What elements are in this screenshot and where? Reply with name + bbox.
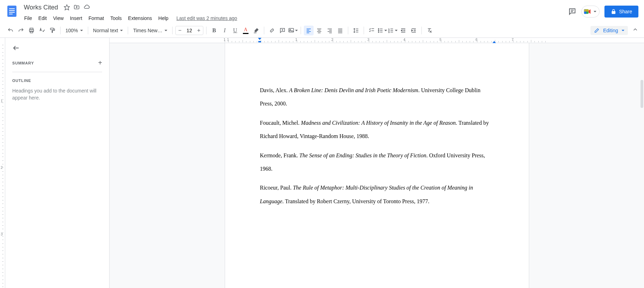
- chevron-down-icon: [384, 30, 387, 31]
- chevron-down-icon: [622, 30, 624, 31]
- line-spacing-button[interactable]: [351, 26, 361, 35]
- menu-extensions[interactable]: Extensions: [126, 14, 154, 22]
- chevron-down-icon: [395, 30, 398, 31]
- scrollbar-thumb[interactable]: [640, 80, 643, 108]
- undo-button[interactable]: [6, 26, 15, 35]
- outline-empty-text: Headings you add to the document will ap…: [12, 88, 102, 101]
- citation-title: Madness and Civilization: A History of I…: [301, 120, 457, 126]
- chevron-down-icon: [594, 11, 596, 12]
- hide-menus-button[interactable]: [632, 27, 638, 34]
- citation-author: Davis, Alex.: [260, 87, 289, 93]
- separator: [172, 27, 173, 34]
- menu-view[interactable]: View: [51, 14, 66, 22]
- font-dropdown[interactable]: Times New…: [131, 26, 169, 35]
- citation-author: Kermode, Frank.: [260, 152, 300, 158]
- citation-author: Foucault, Michel.: [260, 120, 301, 126]
- vertical-ruler[interactable]: 123: [0, 38, 5, 288]
- add-summary-button[interactable]: +: [98, 59, 102, 67]
- close-outline-button[interactable]: [12, 44, 20, 52]
- svg-point-44: [378, 30, 379, 30]
- font-size-increase[interactable]: +: [195, 26, 203, 35]
- docs-logo[interactable]: [6, 3, 18, 20]
- zoom-dropdown[interactable]: 100%: [63, 26, 85, 35]
- toolbar: 100% Normal text Times New… − + B I U A …: [0, 23, 644, 38]
- bold-button[interactable]: B: [209, 26, 219, 35]
- paragraph-style-dropdown[interactable]: Normal text: [91, 26, 125, 35]
- paint-format-button[interactable]: [48, 26, 57, 35]
- separator: [421, 27, 422, 34]
- star-icon[interactable]: [64, 4, 70, 11]
- menu-edit[interactable]: Edit: [36, 14, 49, 22]
- text-color-button[interactable]: A: [241, 26, 251, 35]
- align-left-button[interactable]: [304, 26, 314, 35]
- font-size-control: − +: [175, 26, 203, 35]
- last-edit-link[interactable]: Last edit was 2 minutes ago: [176, 15, 237, 21]
- citation-entry[interactable]: Foucault, Michel. Madness and Civilizati…: [260, 116, 494, 143]
- menu-help[interactable]: Help: [156, 14, 171, 22]
- summary-heading: SUMMARY: [12, 61, 34, 65]
- spellcheck-button[interactable]: [37, 26, 47, 35]
- comment-history-icon[interactable]: [568, 7, 576, 16]
- share-button[interactable]: Share: [604, 6, 638, 18]
- menu-file[interactable]: File: [22, 14, 35, 22]
- chevron-down-icon: [80, 30, 83, 31]
- document-title[interactable]: Works Cited: [22, 3, 60, 12]
- clear-formatting-button[interactable]: [425, 26, 434, 35]
- underline-button[interactable]: U: [230, 26, 240, 35]
- separator: [364, 27, 364, 34]
- svg-rect-16: [254, 33, 257, 33]
- decrease-indent-button[interactable]: [398, 26, 408, 35]
- insert-link-button[interactable]: [267, 26, 277, 35]
- insert-image-button[interactable]: [288, 26, 298, 35]
- divider: [12, 72, 102, 72]
- redo-button[interactable]: [16, 26, 26, 35]
- svg-marker-5: [64, 5, 69, 10]
- chevron-down-icon: [295, 30, 298, 31]
- font-size-input[interactable]: [184, 27, 195, 34]
- citation-entry[interactable]: Kermode, Frank. The Sense of an Ending: …: [260, 149, 494, 176]
- meet-icon: [583, 7, 592, 16]
- separator: [301, 27, 301, 34]
- numbered-list-button[interactable]: 123: [388, 26, 398, 35]
- svg-marker-11: [588, 9, 590, 14]
- citation-publication: . Translated by Robert Czerny, Universit…: [282, 198, 429, 204]
- citation-title: A Broken Line: Denis Devlin and Irish Po…: [289, 87, 418, 93]
- citation-author: Ricoeur, Paul.: [260, 185, 293, 191]
- font-size-decrease[interactable]: −: [176, 26, 184, 35]
- editing-mode-dropdown[interactable]: Editing: [590, 26, 628, 35]
- align-right-button[interactable]: [325, 26, 335, 35]
- document-canvas[interactable]: 111234567 Davis, Alex. A Broken Line: De…: [110, 38, 644, 288]
- citation-entry[interactable]: Davis, Alex. A Broken Line: Denis Devlin…: [260, 84, 494, 111]
- page[interactable]: Davis, Alex. A Broken Line: Denis Devlin…: [225, 43, 529, 288]
- separator: [60, 27, 61, 34]
- share-label: Share: [619, 9, 632, 14]
- add-comment-button[interactable]: [278, 26, 287, 35]
- menu-insert[interactable]: Insert: [68, 14, 85, 22]
- move-icon[interactable]: [74, 4, 80, 11]
- italic-button[interactable]: I: [220, 26, 230, 35]
- bulleted-list-button[interactable]: [377, 26, 387, 35]
- align-center-button[interactable]: [314, 26, 324, 35]
- outline-sidebar: SUMMARY + OUTLINE Headings you add to th…: [5, 38, 110, 288]
- svg-rect-3: [9, 12, 15, 13]
- separator: [348, 27, 348, 34]
- horizontal-ruler[interactable]: 111234567: [110, 38, 644, 43]
- svg-rect-2: [9, 10, 15, 11]
- outline-heading: OUTLINE: [12, 78, 102, 83]
- style-value: Normal text: [93, 28, 118, 33]
- menu-format[interactable]: Format: [86, 14, 106, 22]
- separator: [128, 27, 128, 34]
- highlight-button[interactable]: [251, 26, 261, 35]
- chevron-down-icon: [120, 30, 123, 31]
- menu-tools[interactable]: Tools: [108, 14, 124, 22]
- checklist-button[interactable]: [367, 26, 377, 35]
- meet-button[interactable]: [581, 6, 600, 18]
- citation-title: The Sense of an Ending: Studies in the T…: [299, 152, 426, 158]
- separator: [88, 27, 88, 34]
- print-button[interactable]: [27, 26, 36, 35]
- citation-entry[interactable]: Ricoeur, Paul. The Rule of Metaphor: Mul…: [260, 181, 494, 208]
- cloud-status-icon[interactable]: [83, 4, 90, 11]
- increase-indent-button[interactable]: [409, 26, 419, 35]
- align-justify-button[interactable]: [335, 26, 345, 35]
- svg-point-46: [378, 32, 379, 32]
